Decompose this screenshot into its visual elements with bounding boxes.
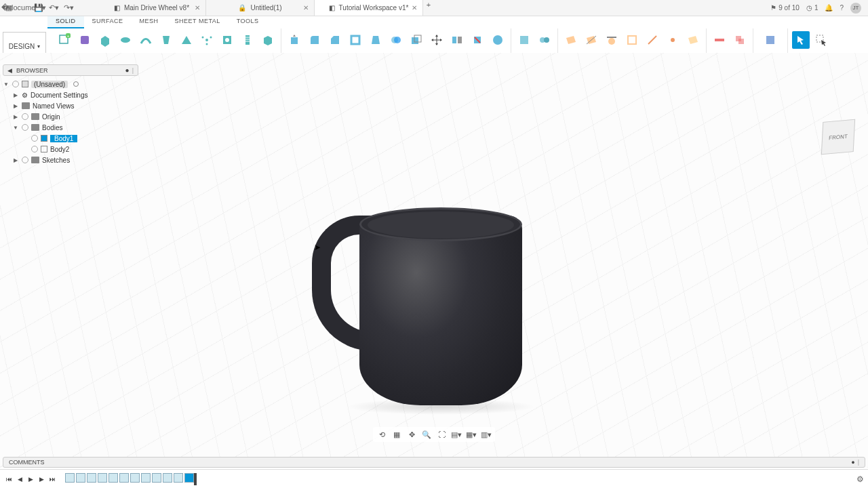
viewport-settings-icon[interactable]: ▥▾	[480, 428, 492, 441]
rib-button[interactable]	[178, 31, 195, 49]
collapse-icon[interactable]: ◀	[7, 67, 12, 74]
comments-panel[interactable]: COMMENTS ● |	[3, 457, 865, 468]
timeline-feature[interactable]	[108, 473, 118, 483]
model-mug[interactable]	[312, 202, 529, 453]
midplane-button[interactable]	[623, 31, 641, 49]
axis-button[interactable]	[644, 31, 661, 49]
close-icon[interactable]: ✕	[303, 4, 309, 12]
timeline-feature[interactable]	[141, 473, 151, 483]
select-button[interactable]	[792, 31, 810, 49]
tab-surface[interactable]: SURFACE	[84, 16, 132, 28]
job-status-button[interactable]: ◷ 1	[806, 4, 818, 12]
timeline-feature[interactable]	[87, 473, 96, 483]
fillet-button[interactable]	[306, 31, 323, 49]
timeline-feature[interactable]	[152, 473, 161, 483]
visibility-icon[interactable]	[22, 157, 28, 163]
tangent-plane-button[interactable]	[603, 31, 620, 49]
new-tab-button[interactable]: +	[423, 0, 434, 9]
view-cube[interactable]: FRONT	[821, 119, 855, 155]
tree-item-bodies[interactable]: Bodies	[3, 122, 138, 133]
expand-icon[interactable]	[12, 103, 19, 109]
timeline-back-icon[interactable]: ◀	[15, 474, 24, 484]
point-button[interactable]	[664, 31, 682, 49]
save-icon[interactable]: 💾	[34, 3, 43, 13]
new-component-button[interactable]	[515, 31, 533, 49]
measure-button[interactable]	[711, 31, 728, 49]
plane-through-button[interactable]	[684, 31, 702, 49]
tree-item-body1[interactable]: Body1	[3, 133, 138, 144]
offset-plane-button[interactable]	[562, 31, 580, 49]
timeline-start-icon[interactable]: ⏮	[4, 474, 14, 484]
timeline-feature[interactable]	[184, 473, 194, 483]
expand-icon[interactable]	[12, 92, 19, 98]
tab-tools[interactable]: TOOLS	[229, 16, 267, 28]
loft-button[interactable]	[157, 31, 175, 49]
browser-header[interactable]: ◀ BROWSER ● |	[3, 64, 138, 76]
timeline-feature[interactable]	[119, 473, 129, 483]
align-button[interactable]	[448, 31, 466, 49]
close-icon[interactable]: ✕	[195, 4, 200, 12]
create-form-button[interactable]	[76, 31, 94, 49]
draft-button[interactable]	[367, 31, 384, 49]
chamfer-button[interactable]	[326, 31, 344, 49]
tab-mesh[interactable]: MESH	[132, 16, 167, 28]
redo-icon[interactable]: ↷▾	[64, 3, 73, 13]
interference-button[interactable]	[731, 31, 749, 49]
look-at-icon[interactable]: ▦	[391, 428, 403, 441]
orbit-icon[interactable]: ⟲	[376, 428, 388, 441]
extensions-button[interactable]: ⚑ 9 of 10	[770, 4, 800, 12]
timeline-feature[interactable]	[65, 473, 75, 483]
delete-button[interactable]	[469, 31, 486, 49]
help-icon[interactable]: ?	[840, 4, 844, 12]
radio-icon[interactable]	[73, 81, 79, 87]
visibility-icon[interactable]	[22, 124, 28, 131]
hole-button[interactable]	[218, 31, 236, 49]
tree-item-document-settings[interactable]: ⚙ Document Settings	[3, 89, 138, 100]
expand-icon[interactable]	[12, 125, 19, 131]
web-button[interactable]	[198, 31, 216, 49]
thread-button[interactable]	[239, 31, 256, 49]
joint-button[interactable]	[536, 31, 553, 49]
revolve-button[interactable]	[117, 31, 134, 49]
shell-button[interactable]	[347, 31, 364, 49]
plane-at-angle-button[interactable]	[583, 31, 600, 49]
tree-item-named-views[interactable]: Named Views	[3, 100, 138, 111]
sweep-button[interactable]	[137, 31, 155, 49]
fit-icon[interactable]: ⛶	[435, 428, 448, 441]
tab-sheet-metal[interactable]: SHEET METAL	[167, 16, 229, 28]
tree-item-sketches[interactable]: Sketches	[3, 155, 138, 165]
timeline-feature[interactable]	[163, 473, 172, 483]
settings-dot-icon[interactable]: ●	[851, 459, 854, 466]
timeline-marker[interactable]	[194, 473, 197, 485]
expand-icon[interactable]	[3, 81, 9, 87]
new-sketch-button[interactable]: +	[56, 31, 73, 49]
close-icon[interactable]: ✕	[412, 4, 417, 12]
expand-icon[interactable]	[12, 114, 19, 120]
timeline-feature[interactable]	[76, 473, 85, 483]
timeline-feature[interactable]	[98, 473, 107, 483]
visibility-icon[interactable]	[12, 81, 19, 87]
tab-solid[interactable]: SOLID	[47, 16, 84, 28]
tree-item-body2[interactable]: Body2	[3, 144, 138, 155]
document-tab[interactable]: 🔒 Untitled(1) ✕	[206, 0, 315, 16]
timeline-end-icon[interactable]: ⏭	[47, 474, 57, 484]
visibility-icon[interactable]	[22, 113, 28, 120]
move-button[interactable]	[428, 31, 446, 49]
combine-button[interactable]	[387, 31, 405, 49]
pan-icon[interactable]: ✥	[406, 428, 418, 441]
selection-filter-button[interactable]	[812, 31, 830, 49]
settings-dot-icon[interactable]: ●	[125, 66, 130, 74]
zoom-icon[interactable]: 🔍	[420, 428, 433, 441]
tree-root[interactable]: (Unsaved)	[3, 79, 138, 89]
offset-face-button[interactable]	[408, 31, 425, 49]
grid-settings-icon[interactable]: ▦▾	[465, 428, 477, 441]
undo-icon[interactable]: ↶▾	[49, 3, 58, 13]
physical-material-button[interactable]	[489, 31, 507, 49]
document-tab[interactable]: ◧ Main Drive Wheel v8* ✕	[98, 0, 206, 16]
press-pull-button[interactable]	[285, 31, 303, 49]
timeline-settings-icon[interactable]: ⚙	[856, 474, 864, 484]
extrude-button[interactable]	[96, 31, 114, 49]
box-button[interactable]	[259, 31, 277, 49]
notifications-icon[interactable]: 🔔	[825, 4, 833, 12]
file-menu-icon[interactable]: �document▾	[19, 3, 28, 13]
